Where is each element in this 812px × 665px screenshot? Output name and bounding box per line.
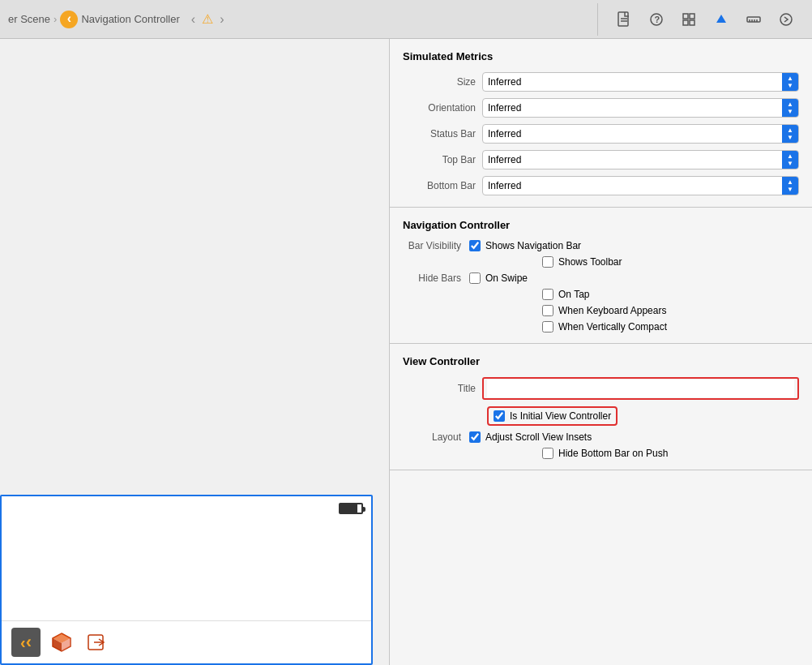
nav-prev-arrow[interactable]: ‹: [188, 11, 199, 28]
arrow-down-icon[interactable]: [705, 3, 737, 36]
vertically-compact-checkbox[interactable]: [542, 321, 553, 332]
toolbar-right: ?: [597, 3, 812, 36]
size-field-row: Size Inferred ▲ ▼: [390, 69, 812, 95]
ruler-icon[interactable]: [737, 3, 770, 36]
top-bar: er Scene › Navigation Controller ‹ ⚠ › ?: [0, 0, 812, 39]
status-bar-stepper[interactable]: ▲ ▼: [782, 125, 798, 143]
canvas-cube-icon[interactable]: [47, 628, 76, 657]
orientation-value: Inferred: [488, 102, 521, 114]
is-initial-vc-checkbox[interactable]: [494, 410, 505, 422]
orientation-stepper[interactable]: ▲ ▼: [782, 99, 798, 117]
orientation-field-row: Orientation Inferred ▲ ▼: [390, 95, 812, 121]
hide-bars-label: Hide Bars: [403, 272, 461, 284]
hide-bottom-bar-label: Hide Bottom Bar on Push: [558, 448, 668, 459]
svg-text:?: ?: [655, 15, 660, 24]
on-swipe-checkbox[interactable]: [469, 272, 481, 284]
adjust-scroll-checkbox[interactable]: [469, 431, 481, 443]
main-layout: ‹: [0, 39, 812, 665]
shows-nav-bar-label: Shows Navigation Bar: [485, 240, 581, 251]
top-bar-value: Inferred: [488, 154, 521, 165]
on-tap-row: On Tap: [529, 286, 812, 302]
keyboard-appears-row: When Keyboard Appears: [529, 302, 812, 319]
top-bar-field-row: Top Bar Inferred ▲ ▼: [390, 147, 812, 173]
size-select[interactable]: Inferred ▲ ▼: [482, 72, 799, 92]
status-bar-value: Inferred: [488, 128, 521, 139]
question-icon[interactable]: ?: [640, 3, 673, 36]
is-initial-vc-highlight: Is Initial View Controller: [487, 406, 618, 426]
battery-indicator: [339, 503, 363, 514]
shows-nav-bar-checkbox[interactable]: [469, 240, 481, 251]
bottom-bar-field-row: Bottom Bar Inferred ▲ ▼: [390, 173, 812, 199]
size-value: Inferred: [488, 76, 521, 88]
bottom-bar-select[interactable]: Inferred ▲ ▼: [482, 176, 799, 195]
bar-visibility-row: Bar Visibility Shows Navigation Bar: [390, 238, 812, 254]
keyboard-appears-checkbox[interactable]: [542, 305, 553, 316]
layout-label: Layout: [403, 431, 461, 443]
svg-marker-9: [716, 15, 726, 23]
status-bar-select[interactable]: Inferred ▲ ▼: [482, 124, 799, 144]
vertically-compact-label: When Vertically Compact: [558, 321, 667, 332]
nav-next-arrow[interactable]: ›: [216, 11, 227, 28]
shows-toolbar-row: Shows Toolbar: [529, 254, 812, 270]
top-bar-select[interactable]: Inferred ▲ ▼: [482, 150, 799, 169]
title-input-wrapper: [482, 377, 799, 400]
status-bar-label: Status Bar: [403, 128, 476, 139]
right-panel: Simulated Metrics Size Inferred ▲ ▼ Orie…: [389, 39, 812, 665]
top-bar-stepper[interactable]: ▲ ▼: [782, 151, 798, 169]
on-swipe-label: On Swipe: [485, 272, 528, 284]
top-bar-label: Top Bar: [403, 154, 476, 165]
on-tap-label: On Tap: [558, 289, 589, 300]
title-field-row: Title: [390, 374, 812, 403]
hide-bottom-bar-checkbox[interactable]: [542, 448, 553, 459]
vertically-compact-row: When Vertically Compact: [529, 319, 812, 335]
svg-rect-7: [683, 20, 688, 25]
breadcrumb-prev: er Scene: [8, 13, 50, 25]
keyboard-appears-label: When Keyboard Appears: [558, 305, 666, 316]
warning-icon: ⚠: [202, 11, 213, 27]
breadcrumb: er Scene › Navigation Controller ‹ ⚠ ›: [0, 11, 597, 28]
on-tap-checkbox[interactable]: [542, 289, 553, 300]
svg-rect-8: [690, 20, 694, 25]
forward-icon[interactable]: [770, 3, 802, 36]
orientation-select[interactable]: Inferred ▲ ▼: [482, 98, 799, 118]
svg-rect-6: [690, 14, 694, 19]
breadcrumb-current: Navigation Controller: [81, 13, 179, 25]
shows-toolbar-label: Shows Toolbar: [558, 256, 622, 268]
canvas-back-icon[interactable]: ‹: [11, 628, 41, 657]
bottom-bar-label: Bottom Bar: [403, 180, 476, 191]
svg-point-15: [780, 14, 792, 25]
title-input[interactable]: [487, 380, 794, 397]
simulated-metrics-section: Simulated Metrics Size Inferred ▲ ▼ Orie…: [390, 39, 812, 208]
is-initial-vc-label: Is Initial View Controller: [510, 410, 611, 422]
canvas-exit-icon[interactable]: [83, 628, 112, 657]
bottom-bar-value: Inferred: [488, 180, 521, 191]
navigation-controller-title: Navigation Controller: [390, 216, 812, 238]
doc-icon[interactable]: [608, 3, 640, 36]
title-label: Title: [403, 383, 476, 394]
canvas-area: ‹: [0, 39, 389, 665]
back-button[interactable]: [60, 11, 78, 28]
view-controller-title: View Controller: [390, 352, 812, 374]
svg-rect-5: [683, 14, 688, 19]
bottom-bar-stepper[interactable]: ▲ ▼: [782, 177, 798, 195]
layout-row: Layout Adjust Scroll View Insets: [390, 429, 812, 445]
breadcrumb-separator: ›: [53, 13, 57, 25]
grid-icon[interactable]: [673, 3, 705, 36]
view-controller-section: View Controller Title Is Initial View Co…: [390, 344, 812, 470]
is-initial-vc-row: Is Initial View Controller: [390, 403, 812, 429]
canvas-controller-view: ‹: [0, 495, 373, 665]
nav-arrows: ‹ ⚠ ›: [183, 11, 233, 28]
navigation-controller-section: Navigation Controller Bar Visibility Sho…: [390, 208, 812, 344]
adjust-scroll-label: Adjust Scroll View Insets: [485, 431, 592, 443]
orientation-label: Orientation: [403, 102, 476, 114]
shows-toolbar-checkbox[interactable]: [542, 256, 553, 268]
size-label: Size: [403, 76, 476, 88]
size-stepper[interactable]: ▲ ▼: [782, 73, 798, 91]
bar-visibility-label: Bar Visibility: [403, 240, 461, 251]
hide-bars-row: Hide Bars On Swipe: [390, 270, 812, 286]
hide-bottom-bar-row: Hide Bottom Bar on Push: [529, 445, 812, 461]
status-bar-field-row: Status Bar Inferred ▲ ▼: [390, 121, 812, 147]
simulated-metrics-title: Simulated Metrics: [390, 47, 812, 69]
